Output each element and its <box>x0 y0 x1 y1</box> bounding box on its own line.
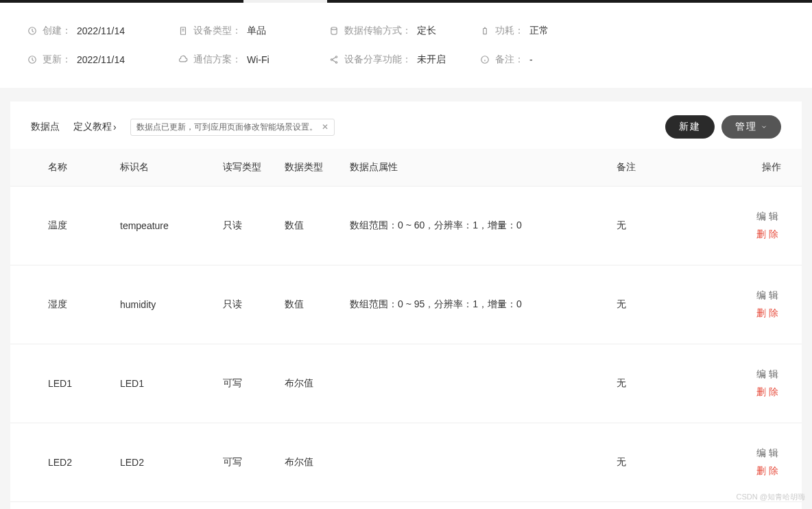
info-value: 2022/11/14 <box>77 25 125 36</box>
info-value: 正常 <box>529 25 549 37</box>
cell-rw: 可写 <box>223 377 285 390</box>
main-panel: 数据点 定义教程 › 数据点已更新，可到应用页面修改智能场景设置。 ✕ 新建 管… <box>10 102 802 509</box>
cell-name: 湿度 <box>31 298 120 311</box>
svg-point-6 <box>331 59 332 60</box>
edit-button[interactable]: 编辑 <box>740 447 781 460</box>
svg-point-5 <box>335 56 337 58</box>
edit-button[interactable]: 编辑 <box>740 289 781 302</box>
header-datatype: 数据类型 <box>285 161 350 174</box>
manage-button[interactable]: 管理 <box>721 115 781 139</box>
info-value: 未开启 <box>417 54 446 66</box>
info-label: 备注： <box>495 54 524 66</box>
info-label: 更新： <box>43 54 71 66</box>
tutorial-label: 定义教程 <box>73 121 112 133</box>
svg-point-7 <box>335 62 337 63</box>
header-name: 名称 <box>31 161 120 174</box>
cloud-icon <box>178 55 188 64</box>
cell-identifier: LED1 <box>120 378 223 389</box>
info-label: 数据传输方式： <box>344 25 411 37</box>
info-device-type: 设备类型： 单品 <box>178 25 302 37</box>
toolbar-left: 数据点 定义教程 › 数据点已更新，可到应用页面修改智能场景设置。 ✕ <box>31 119 335 136</box>
cell-name: LED2 <box>31 457 120 468</box>
info-updated: 更新： 2022/11/14 <box>27 54 151 66</box>
close-icon[interactable]: ✕ <box>322 122 329 132</box>
watermark: CSDN @知青哈胡嗨 <box>737 492 805 502</box>
cell-rw: 可写 <box>223 456 285 469</box>
manage-label: 管理 <box>735 121 757 133</box>
cell-identifier: humidity <box>120 299 223 310</box>
datapoint-table: 名称 标识名 读写类型 数据类型 数据点属性 备注 操作 温度 tempeatu… <box>10 149 802 509</box>
cell-remark: 无 <box>617 220 740 232</box>
clock-icon <box>27 26 37 36</box>
table-row: 湿度 humidity 只读 数值 数组范围：0 ~ 95，分辨率：1，增量：0… <box>10 265 802 344</box>
new-button[interactable]: 新建 <box>665 115 715 139</box>
cell-identifier: LED2 <box>120 457 223 468</box>
svg-point-2 <box>331 27 337 30</box>
cell-attrs: 数组范围：0 ~ 95，分辨率：1，增量：0 <box>350 298 617 311</box>
toolbar-right: 新建 管理 <box>665 115 781 139</box>
table-header: 名称 标识名 读写类型 数据类型 数据点属性 备注 操作 <box>10 149 802 187</box>
info-transfer-mode: 数据传输方式： 定长 <box>329 25 453 37</box>
info-row-2: 更新： 2022/11/14 通信方案： Wi-Fi 设备分享功能： 未开启 备… <box>27 45 785 74</box>
info-label: 设备分享功能： <box>344 54 411 66</box>
database-icon <box>329 26 339 36</box>
edit-button[interactable]: 编辑 <box>740 368 781 381</box>
clock-icon <box>27 55 37 64</box>
info-label: 功耗： <box>495 25 524 37</box>
cell-rw: 只读 <box>223 220 285 232</box>
info-created: 创建： 2022/11/14 <box>27 25 151 37</box>
cell-remark: 无 <box>617 456 740 469</box>
cell-name: 温度 <box>31 220 120 232</box>
header-attrs: 数据点属性 <box>350 161 617 174</box>
notice-text: 数据点已更新，可到应用页面修改智能场景设置。 <box>136 121 318 133</box>
info-power: 功耗： 正常 <box>480 25 604 37</box>
top-tab-bar <box>0 0 812 3</box>
delete-button[interactable]: 删除 <box>740 465 781 477</box>
cell-remark: 无 <box>617 298 740 311</box>
info-label: 通信方案： <box>193 54 241 66</box>
header-identifier: 标识名 <box>120 161 223 174</box>
info-label: 创建： <box>43 25 71 37</box>
tutorial-link[interactable]: 定义教程 › <box>73 121 117 133</box>
header-remark: 备注 <box>617 161 740 174</box>
info-label: 设备类型： <box>193 25 241 37</box>
cell-datatype: 布尔值 <box>285 377 350 390</box>
section-title: 数据点 <box>31 121 60 133</box>
info-row-1: 创建： 2022/11/14 设备类型： 单品 数据传输方式： 定长 功耗： 正… <box>27 16 785 45</box>
table-row: 温度 tempeature 只读 数值 数组范围：0 ~ 60，分辨率：1，增量… <box>10 187 802 265</box>
cell-rw: 只读 <box>223 298 285 311</box>
table-row: LED3 LED3 可写 布尔值 无 编辑 删除 <box>10 502 802 509</box>
info-value: 2022/11/14 <box>77 54 125 65</box>
cell-actions: 编辑 删除 <box>740 447 781 477</box>
edit-button[interactable]: 编辑 <box>740 211 781 223</box>
device-info-panel: 创建： 2022/11/14 设备类型： 单品 数据传输方式： 定长 功耗： 正… <box>0 3 812 88</box>
share-icon <box>329 55 339 64</box>
battery-icon <box>480 26 490 36</box>
chevron-down-icon <box>761 121 767 132</box>
cell-identifier: tempeature <box>120 220 223 231</box>
delete-button[interactable]: 删除 <box>740 386 781 399</box>
cell-remark: 无 <box>617 377 740 390</box>
info-share-feature: 设备分享功能： 未开启 <box>329 54 453 66</box>
chevron-right-icon: › <box>113 121 117 132</box>
toolbar: 数据点 定义教程 › 数据点已更新，可到应用页面修改智能场景设置。 ✕ 新建 管… <box>10 115 802 149</box>
info-value: Wi-Fi <box>247 54 270 65</box>
cell-actions: 编辑 删除 <box>740 289 781 320</box>
cell-attrs: 数组范围：0 ~ 60，分辨率：1，增量：0 <box>350 220 617 232</box>
svg-rect-3 <box>483 29 487 34</box>
cell-name: LED1 <box>31 378 120 389</box>
delete-button[interactable]: 删除 <box>740 307 781 320</box>
header-actions: 操作 <box>740 161 781 174</box>
cell-datatype: 数值 <box>285 220 350 232</box>
info-value: 定长 <box>417 25 436 37</box>
table-row: LED2 LED2 可写 布尔值 无 编辑 删除 <box>10 423 802 502</box>
document-icon <box>178 26 188 36</box>
header-rw: 读写类型 <box>223 161 285 174</box>
info-icon <box>480 55 490 64</box>
info-value: - <box>529 54 533 65</box>
delete-button[interactable]: 删除 <box>740 228 781 241</box>
cell-datatype: 数值 <box>285 298 350 311</box>
notice-tag: 数据点已更新，可到应用页面修改智能场景设置。 ✕ <box>130 119 335 136</box>
table-row: LED1 LED1 可写 布尔值 无 编辑 删除 <box>10 344 802 423</box>
info-value: 单品 <box>247 25 266 37</box>
